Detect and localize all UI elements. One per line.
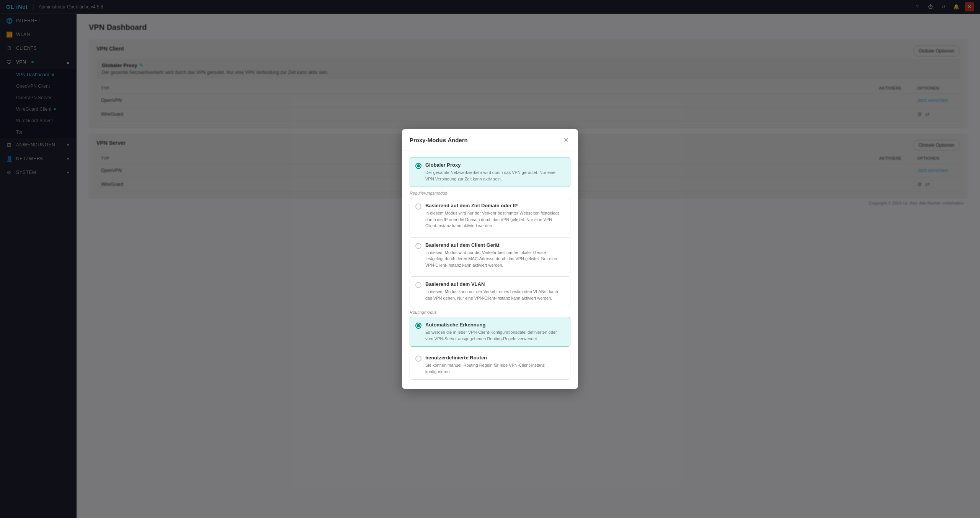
modal-overlay[interactable]: Proxy-Modus Ändern ✕ Globaler Proxy Der …	[77, 14, 980, 518]
proxy-modus-modal: Proxy-Modus Ändern ✕ Globaler Proxy Der …	[402, 129, 578, 389]
option-globaler-proxy-content: Globaler Proxy Der gesamte Netzwerkverke…	[425, 162, 565, 182]
main-content: VPN Dashboard VPN Client Globale Optione…	[77, 14, 980, 518]
regulierungsmodus-label: Regulierungsmodus	[410, 191, 570, 195]
option-automatische-erkennung[interactable]: Automatische Erkennung Es werden die in …	[410, 317, 570, 347]
option-vlan-title: Basierend auf dem VLAN	[425, 281, 565, 287]
option-ziel-domain-desc: In diesem Modus wird nur der Verkehr bes…	[425, 210, 565, 229]
radio-globaler-proxy	[415, 163, 421, 169]
radio-automatische-erkennung	[415, 323, 421, 329]
modal-title: Proxy-Modus Ändern	[410, 137, 468, 143]
radio-client-geraet	[415, 243, 421, 249]
option-automatische-erkennung-desc: Es werden die in jeder VPN-Client-Konfig…	[425, 329, 565, 342]
option-ziel-domain[interactable]: Basierend auf dem Ziel Domain oder IP In…	[410, 198, 570, 234]
radio-benutzerdefinierte-routen	[415, 356, 421, 362]
option-globaler-proxy-title: Globaler Proxy	[425, 162, 565, 168]
option-client-geraet-desc: In diesem Modus wird nur der Verkehr bes…	[425, 249, 565, 269]
layout: 🌐 INTERNET 📶 WLAN 🖥 CLIENTS 🛡 VPN ▲ VPN …	[0, 14, 980, 518]
option-globaler-proxy-desc: Der gesamte Netzwerkverkehr wird durch d…	[425, 169, 565, 182]
option-globaler-proxy[interactable]: Globaler Proxy Der gesamte Netzwerkverke…	[410, 157, 570, 187]
option-ziel-domain-content: Basierend auf dem Ziel Domain oder IP In…	[425, 203, 565, 229]
option-automatische-erkennung-content: Automatische Erkennung Es werden die in …	[425, 322, 565, 342]
option-benutzerdefinierte-routen-content: benutzerdefinierte Routen Sie können man…	[425, 355, 565, 375]
option-vlan-content: Basierend auf dem VLAN In diesem Modus k…	[425, 281, 565, 301]
option-vlan[interactable]: Basierend auf dem VLAN In diesem Modus k…	[410, 276, 570, 306]
option-client-geraet-title: Basierend auf dem Client Gerät	[425, 242, 565, 248]
radio-ziel-domain	[415, 203, 421, 210]
routingmodus-label: Routingmodus	[410, 310, 570, 315]
option-ziel-domain-title: Basierend auf dem Ziel Domain oder IP	[425, 203, 565, 208]
modal-close-button[interactable]: ✕	[561, 135, 570, 144]
option-automatische-erkennung-title: Automatische Erkennung	[425, 322, 565, 328]
option-benutzerdefinierte-routen[interactable]: benutzerdefinierte Routen Sie können man…	[410, 350, 570, 380]
option-vlan-desc: In diesem Modus kann nur der Verkehr ein…	[425, 289, 565, 301]
option-client-geraet[interactable]: Basierend auf dem Client Gerät In diesem…	[410, 237, 570, 274]
modal-body: Globaler Proxy Der gesamte Netzwerkverke…	[402, 151, 578, 389]
modal-header: Proxy-Modus Ändern ✕	[402, 129, 578, 151]
radio-vlan	[415, 282, 421, 288]
option-benutzerdefinierte-routen-title: benutzerdefinierte Routen	[425, 355, 565, 361]
option-benutzerdefinierte-routen-desc: Sie können manuell Routing Regeln für je…	[425, 362, 565, 375]
option-client-geraet-content: Basierend auf dem Client Gerät In diesem…	[425, 242, 565, 269]
